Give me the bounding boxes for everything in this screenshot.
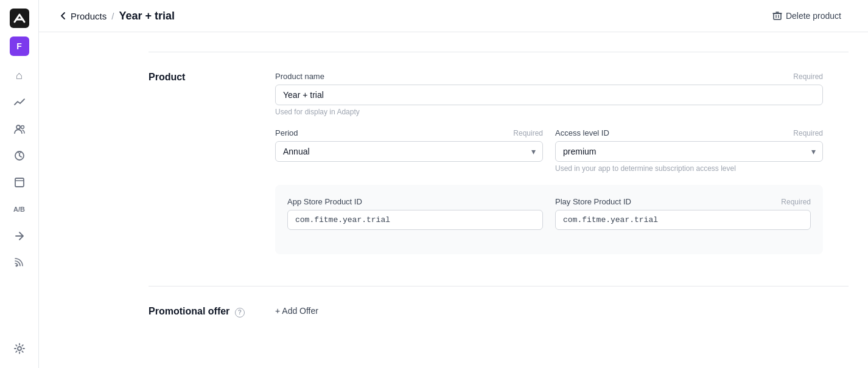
svg-point-7 [18, 347, 21, 350]
access-level-required: Required [793, 129, 823, 137]
access-level-label: Access level ID [555, 128, 609, 137]
svg-point-1 [16, 125, 20, 129]
sidebar-item-settings[interactable] [7, 336, 32, 361]
play-store-id-label: Play Store Product ID [555, 197, 631, 206]
app-store-id-field-group: App Store Product ID [287, 197, 543, 230]
logo [9, 7, 30, 29]
delete-product-button[interactable]: Delete product [765, 7, 849, 24]
add-offer-button[interactable]: + Add Offer [275, 306, 318, 316]
user-avatar[interactable]: F [10, 36, 29, 56]
sidebar-item-analytics[interactable] [7, 90, 32, 114]
access-level-select-wrapper: premium basic standard ▾ [555, 141, 823, 162]
app-store-id-label-row: App Store Product ID [287, 197, 543, 206]
trash-icon [772, 11, 782, 21]
svg-rect-8 [774, 13, 781, 19]
sidebar-item-ab-test[interactable]: A/B [7, 197, 32, 221]
product-name-field-group: Product name Required Used for display i… [275, 72, 823, 116]
sidebar: F ⌂ A/B [0, 0, 39, 368]
app-store-id-input[interactable] [287, 210, 543, 230]
help-icon[interactable]: ? [235, 308, 245, 318]
period-select[interactable]: Annual Monthly Weekly Lifetime [275, 141, 543, 162]
sidebar-item-home[interactable]: ⌂ [7, 63, 32, 88]
period-required: Required [513, 129, 543, 137]
store-ids-container: App Store Product ID Play Store Product … [275, 185, 823, 254]
access-level-select[interactable]: premium basic standard [555, 141, 823, 162]
period-select-wrapper: Annual Monthly Weekly Lifetime ▾ [275, 141, 543, 162]
period-field-group: Period Required Annual Monthly Weekly Li… [275, 128, 543, 173]
product-section-label: Product [149, 72, 246, 266]
sidebar-item-products[interactable] [7, 144, 32, 168]
product-name-input[interactable] [275, 85, 823, 105]
svg-rect-0 [10, 9, 29, 28]
play-store-id-label-row: Play Store Product ID Required [555, 197, 811, 206]
promotional-offer-label-row: Promotional offer ? [149, 306, 246, 318]
delete-button-label: Delete product [786, 11, 841, 21]
back-arrow-icon [58, 11, 68, 21]
app-store-id-label: App Store Product ID [287, 197, 362, 206]
product-form: Product name Required Used for display i… [275, 72, 823, 266]
product-name-required: Required [793, 72, 823, 81]
play-store-id-required: Required [781, 198, 811, 206]
page-title: Year + trial [119, 10, 175, 23]
product-name-label: Product name [275, 72, 324, 81]
add-offer-label: + Add Offer [275, 306, 318, 316]
sidebar-item-paywalls[interactable] [7, 170, 32, 195]
sidebar-item-integrations[interactable] [7, 224, 32, 248]
sidebar-item-users[interactable] [7, 117, 32, 141]
access-level-field-group: Access level ID Required premium basic s… [555, 128, 823, 173]
store-ids-row: App Store Product ID Play Store Product … [287, 197, 811, 242]
access-level-hint: Used in your app to determine subscripti… [555, 164, 823, 173]
access-level-label-row: Access level ID Required [555, 128, 823, 137]
product-name-hint: Used for display in Adapty [275, 108, 823, 116]
period-access-row: Period Required Annual Monthly Weekly Li… [275, 128, 823, 185]
svg-point-2 [21, 126, 24, 129]
svg-rect-4 [15, 178, 24, 187]
back-button[interactable]: Products [58, 11, 107, 21]
breadcrumb: Products / Year + trial [58, 10, 175, 23]
play-store-id-field-group: Play Store Product ID Required [555, 197, 811, 230]
product-name-label-row: Product name Required [275, 72, 823, 81]
promotional-offer-section: Promotional offer ? + Add Offer [149, 286, 849, 337]
product-section: Product Product name Required Used for d… [149, 52, 849, 286]
promotional-offer-label: Promotional offer [149, 306, 229, 316]
main-content: Products / Year + trial Delete product P… [39, 0, 868, 368]
page-header: Products / Year + trial Delete product [39, 0, 868, 32]
sidebar-item-feeds[interactable] [7, 251, 32, 275]
period-label-row: Period Required [275, 128, 543, 137]
breadcrumb-products: Products [71, 11, 107, 21]
play-store-id-input[interactable] [555, 210, 811, 230]
page-content: Product Product name Required Used for d… [39, 32, 868, 356]
promotional-form: + Add Offer [275, 306, 823, 318]
breadcrumb-separator: / [111, 11, 114, 21]
period-label: Period [275, 128, 298, 137]
